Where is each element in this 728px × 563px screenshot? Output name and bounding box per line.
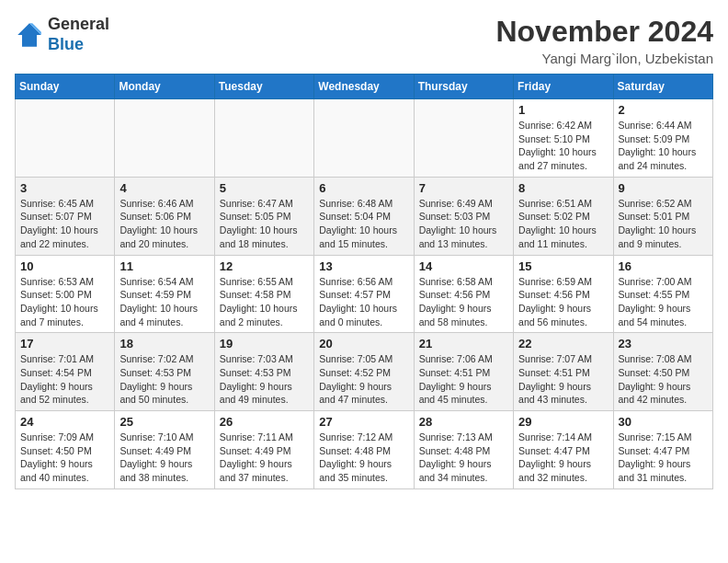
day-number: 30 <box>619 415 708 429</box>
day-info: Sunrise: 7:10 AM Sunset: 4:49 PM Dayligh… <box>119 431 209 485</box>
calendar-cell: 26Sunrise: 7:11 AM Sunset: 4:49 PM Dayli… <box>214 411 313 489</box>
title-block: November 2024 Yangi Marg`ilon, Uzbekista… <box>495 15 713 66</box>
calendar-cell: 11Sunrise: 6:54 AM Sunset: 4:59 PM Dayli… <box>115 255 214 333</box>
logo: General Blue <box>15 15 109 54</box>
calendar-week-row: 10Sunrise: 6:53 AM Sunset: 5:00 PM Dayli… <box>16 255 713 333</box>
weekday-header-monday: Monday <box>115 75 214 99</box>
day-number: 8 <box>518 181 608 195</box>
calendar-cell: 18Sunrise: 7:02 AM Sunset: 4:53 PM Dayli… <box>115 333 214 411</box>
calendar-cell: 23Sunrise: 7:08 AM Sunset: 4:50 PM Dayli… <box>613 333 712 411</box>
calendar-cell: 28Sunrise: 7:13 AM Sunset: 4:48 PM Dayli… <box>414 411 513 489</box>
calendar-cell: 21Sunrise: 7:06 AM Sunset: 4:51 PM Dayli… <box>414 333 513 411</box>
day-info: Sunrise: 6:44 AM Sunset: 5:09 PM Dayligh… <box>619 119 708 173</box>
day-info: Sunrise: 7:03 AM Sunset: 4:53 PM Dayligh… <box>220 352 309 407</box>
day-info: Sunrise: 7:11 AM Sunset: 4:49 PM Dayligh… <box>220 431 309 485</box>
day-number: 19 <box>220 337 309 350</box>
calendar-cell: 4Sunrise: 6:46 AM Sunset: 5:06 PM Daylig… <box>115 177 214 255</box>
day-number: 29 <box>518 415 608 429</box>
calendar-week-row: 24Sunrise: 7:09 AM Sunset: 4:50 PM Dayli… <box>16 411 713 489</box>
calendar-cell <box>214 99 313 178</box>
calendar-cell: 8Sunrise: 6:51 AM Sunset: 5:02 PM Daylig… <box>514 177 613 255</box>
calendar-cell: 29Sunrise: 7:14 AM Sunset: 4:47 PM Dayli… <box>514 411 613 489</box>
weekday-header-wednesday: Wednesday <box>314 75 414 99</box>
day-info: Sunrise: 6:54 AM Sunset: 4:59 PM Dayligh… <box>119 275 209 329</box>
day-number: 21 <box>419 337 508 350</box>
calendar-cell: 15Sunrise: 6:59 AM Sunset: 4:56 PM Dayli… <box>514 255 613 333</box>
day-number: 15 <box>518 259 608 273</box>
day-info: Sunrise: 6:49 AM Sunset: 5:03 PM Dayligh… <box>419 197 508 251</box>
calendar-cell: 6Sunrise: 6:48 AM Sunset: 5:04 PM Daylig… <box>314 177 414 255</box>
day-number: 24 <box>20 415 109 429</box>
calendar-cell: 7Sunrise: 6:49 AM Sunset: 5:03 PM Daylig… <box>414 177 513 255</box>
day-info: Sunrise: 7:06 AM Sunset: 4:51 PM Dayligh… <box>419 352 508 407</box>
calendar-cell: 14Sunrise: 6:58 AM Sunset: 4:56 PM Dayli… <box>414 255 513 333</box>
day-number: 28 <box>419 415 508 429</box>
day-info: Sunrise: 6:48 AM Sunset: 5:04 PM Dayligh… <box>319 197 408 251</box>
calendar-cell: 3Sunrise: 6:45 AM Sunset: 5:07 PM Daylig… <box>16 177 115 255</box>
day-info: Sunrise: 6:47 AM Sunset: 5:05 PM Dayligh… <box>220 197 309 251</box>
calendar-cell: 17Sunrise: 7:01 AM Sunset: 4:54 PM Dayli… <box>16 333 115 411</box>
calendar-cell: 30Sunrise: 7:15 AM Sunset: 4:47 PM Dayli… <box>613 411 712 489</box>
day-number: 2 <box>619 103 708 117</box>
day-number: 11 <box>119 259 209 273</box>
weekday-header-friday: Friday <box>514 75 613 99</box>
calendar-cell: 9Sunrise: 6:52 AM Sunset: 5:01 PM Daylig… <box>613 177 712 255</box>
day-info: Sunrise: 7:07 AM Sunset: 4:51 PM Dayligh… <box>518 352 608 407</box>
logo-blue: Blue <box>48 35 109 55</box>
day-info: Sunrise: 7:09 AM Sunset: 4:50 PM Dayligh… <box>20 431 109 485</box>
day-info: Sunrise: 7:01 AM Sunset: 4:54 PM Dayligh… <box>20 352 109 407</box>
weekday-header-saturday: Saturday <box>613 75 712 99</box>
weekday-header-thursday: Thursday <box>414 75 513 99</box>
weekday-header-sunday: Sunday <box>16 75 115 99</box>
day-number: 17 <box>20 337 109 350</box>
day-number: 25 <box>119 415 209 429</box>
calendar-cell: 10Sunrise: 6:53 AM Sunset: 5:00 PM Dayli… <box>16 255 115 333</box>
calendar-week-row: 1Sunrise: 6:42 AM Sunset: 5:10 PM Daylig… <box>16 99 713 178</box>
calendar-cell: 12Sunrise: 6:55 AM Sunset: 4:58 PM Dayli… <box>214 255 313 333</box>
day-number: 10 <box>20 259 109 273</box>
day-number: 22 <box>518 337 608 350</box>
day-number: 9 <box>619 181 708 195</box>
day-info: Sunrise: 6:53 AM Sunset: 5:00 PM Dayligh… <box>20 275 109 329</box>
day-info: Sunrise: 6:46 AM Sunset: 5:06 PM Dayligh… <box>119 197 209 251</box>
location: Yangi Marg`ilon, Uzbekistan <box>495 51 713 66</box>
calendar-cell: 1Sunrise: 6:42 AM Sunset: 5:10 PM Daylig… <box>514 99 613 178</box>
calendar-week-row: 17Sunrise: 7:01 AM Sunset: 4:54 PM Dayli… <box>16 333 713 411</box>
calendar-cell: 13Sunrise: 6:56 AM Sunset: 4:57 PM Dayli… <box>314 255 414 333</box>
day-number: 18 <box>119 337 209 350</box>
day-number: 3 <box>20 181 109 195</box>
day-number: 27 <box>319 415 408 429</box>
page-header: General Blue November 2024 Yangi Marg`il… <box>15 15 713 66</box>
logo-general: General <box>48 15 109 35</box>
day-number: 20 <box>319 337 408 350</box>
day-info: Sunrise: 7:00 AM Sunset: 4:55 PM Dayligh… <box>619 275 708 329</box>
calendar-cell: 5Sunrise: 6:47 AM Sunset: 5:05 PM Daylig… <box>214 177 313 255</box>
day-info: Sunrise: 6:56 AM Sunset: 4:57 PM Dayligh… <box>319 275 408 329</box>
day-number: 6 <box>319 181 408 195</box>
day-info: Sunrise: 7:12 AM Sunset: 4:48 PM Dayligh… <box>319 431 408 485</box>
calendar-cell: 19Sunrise: 7:03 AM Sunset: 4:53 PM Dayli… <box>214 333 313 411</box>
weekday-header-tuesday: Tuesday <box>214 75 313 99</box>
day-number: 26 <box>220 415 309 429</box>
day-info: Sunrise: 7:15 AM Sunset: 4:47 PM Dayligh… <box>619 431 708 485</box>
day-info: Sunrise: 6:59 AM Sunset: 4:56 PM Dayligh… <box>518 275 608 329</box>
logo-icon <box>15 20 44 50</box>
day-info: Sunrise: 7:05 AM Sunset: 4:52 PM Dayligh… <box>319 352 408 407</box>
calendar-cell: 2Sunrise: 6:44 AM Sunset: 5:09 PM Daylig… <box>613 99 712 178</box>
weekday-header-row: SundayMondayTuesdayWednesdayThursdayFrid… <box>16 75 713 99</box>
svg-marker-0 <box>17 23 41 47</box>
calendar-cell: 27Sunrise: 7:12 AM Sunset: 4:48 PM Dayli… <box>314 411 414 489</box>
day-info: Sunrise: 7:08 AM Sunset: 4:50 PM Dayligh… <box>619 352 708 407</box>
day-info: Sunrise: 6:42 AM Sunset: 5:10 PM Dayligh… <box>518 119 608 173</box>
day-info: Sunrise: 6:52 AM Sunset: 5:01 PM Dayligh… <box>619 197 708 251</box>
calendar-cell: 16Sunrise: 7:00 AM Sunset: 4:55 PM Dayli… <box>613 255 712 333</box>
day-number: 16 <box>619 259 708 273</box>
calendar-cell <box>16 99 115 178</box>
day-info: Sunrise: 7:02 AM Sunset: 4:53 PM Dayligh… <box>119 352 209 407</box>
calendar-cell: 24Sunrise: 7:09 AM Sunset: 4:50 PM Dayli… <box>16 411 115 489</box>
day-info: Sunrise: 6:55 AM Sunset: 4:58 PM Dayligh… <box>220 275 309 329</box>
day-number: 12 <box>220 259 309 273</box>
day-info: Sunrise: 6:58 AM Sunset: 4:56 PM Dayligh… <box>419 275 508 329</box>
day-number: 7 <box>419 181 508 195</box>
calendar-cell: 25Sunrise: 7:10 AM Sunset: 4:49 PM Dayli… <box>115 411 214 489</box>
